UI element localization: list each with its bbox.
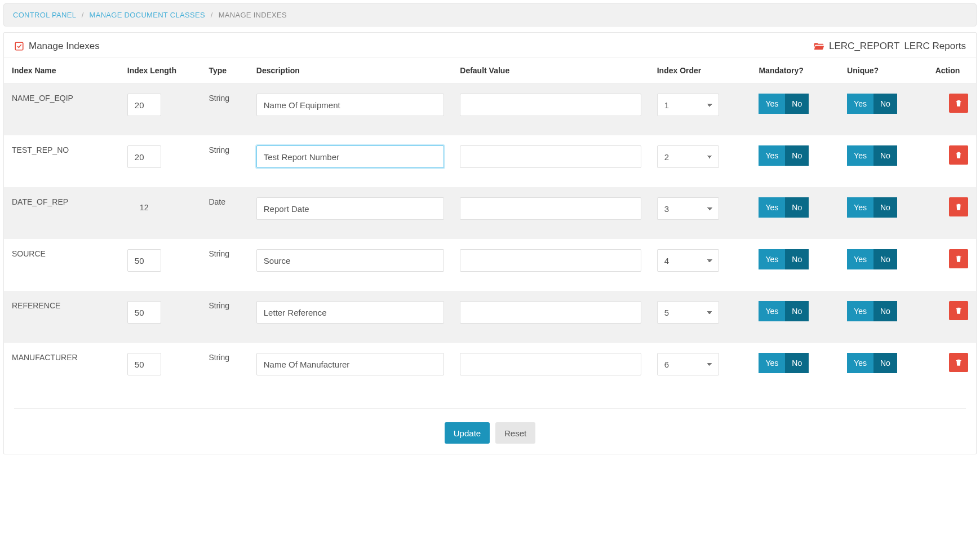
index-description-cell [249,291,452,343]
delete-button[interactable] [949,145,968,165]
mandatory-yes[interactable]: Yes [759,145,785,166]
mandatory-yes[interactable]: Yes [759,353,785,373]
mandatory-toggle[interactable]: YesNo [759,197,809,218]
index-default-input[interactable] [460,145,641,168]
mandatory-toggle[interactable]: YesNo [759,145,809,166]
reset-button[interactable]: Reset [495,422,535,444]
delete-button[interactable] [949,249,968,268]
index-length-cell [119,83,201,136]
index-default-input[interactable] [460,94,641,116]
index-default-input[interactable] [460,353,641,375]
mandatory-no[interactable]: No [785,94,809,114]
index-length-input[interactable] [127,353,161,375]
unique-yes[interactable]: Yes [847,145,873,166]
index-order-select[interactable]: 4 [657,249,719,272]
index-order-cell: 1 [649,83,751,136]
index-order-select[interactable]: 1 [657,94,719,116]
index-description-input[interactable] [256,145,444,168]
unique-yes[interactable]: Yes [847,94,873,114]
delete-button[interactable] [949,197,968,216]
index-action-cell [928,135,976,187]
index-description-input[interactable] [256,301,444,324]
mandatory-no[interactable]: No [785,301,809,321]
unique-toggle[interactable]: YesNo [847,197,897,218]
unique-no[interactable]: No [873,94,897,114]
delete-button[interactable] [949,94,968,113]
unique-no[interactable]: No [873,301,897,321]
unique-toggle[interactable]: YesNo [847,353,897,373]
breadcrumb-sep: / [82,11,84,19]
mandatory-yes[interactable]: Yes [759,197,785,218]
indexes-table: Index Name Index Length Type Description… [4,58,976,395]
mandatory-yes[interactable]: Yes [759,249,785,269]
mandatory-no[interactable]: No [785,145,809,166]
delete-button[interactable] [949,353,968,372]
panel-header: Manage Indexes LERC_REPORT LERC Reports [4,33,976,58]
index-type-cell: Date [201,187,248,239]
index-length-input[interactable] [127,249,161,272]
unique-no[interactable]: No [873,145,897,166]
index-description-input[interactable] [256,249,444,272]
mandatory-toggle[interactable]: YesNo [759,94,809,114]
index-order-select[interactable]: 2 [657,145,719,168]
index-description-input[interactable] [256,94,444,116]
index-default-input[interactable] [460,249,641,272]
mandatory-no[interactable]: No [785,197,809,218]
index-order-cell: 5 [649,291,751,343]
index-type-cell: String [201,343,248,395]
mandatory-no[interactable]: No [785,353,809,373]
mandatory-no[interactable]: No [785,249,809,269]
unique-toggle[interactable]: YesNo [847,145,897,166]
mandatory-toggle[interactable]: YesNo [759,301,809,321]
index-length-static: 12 [127,197,156,212]
unique-yes[interactable]: Yes [847,197,873,218]
unique-toggle[interactable]: YesNo [847,301,897,321]
col-header-unique: Unique? [839,58,928,83]
unique-yes[interactable]: Yes [847,301,873,321]
folder-open-icon [813,41,824,52]
index-description-input[interactable] [256,353,444,375]
mandatory-cell: YesNo [751,187,839,239]
index-order-select[interactable]: 6 [657,353,719,375]
index-action-cell [928,239,976,291]
index-length-input[interactable] [127,94,161,116]
index-name-cell: TEST_REP_NO [4,135,119,187]
table-row: MANUFACTURERString6YesNoYesNo [4,343,976,395]
mandatory-toggle[interactable]: YesNo [759,353,809,373]
unique-toggle[interactable]: YesNo [847,249,897,269]
mandatory-yes[interactable]: Yes [759,94,785,114]
index-default-input[interactable] [460,197,641,220]
col-header-length: Index Length [119,58,201,83]
index-type-cell: String [201,83,248,136]
check-square-icon [14,41,24,51]
unique-toggle[interactable]: YesNo [847,94,897,114]
col-header-default: Default Value [452,58,649,83]
delete-button[interactable] [949,301,968,320]
index-name-cell: REFERENCE [4,291,119,343]
unique-yes[interactable]: Yes [847,249,873,269]
mandatory-toggle[interactable]: YesNo [759,249,809,269]
unique-yes[interactable]: Yes [847,353,873,373]
index-length-input[interactable] [127,301,161,324]
unique-no[interactable]: No [873,353,897,373]
unique-no[interactable]: No [873,249,897,269]
context-name: LERC Reports [904,41,966,52]
breadcrumb-link-control-panel[interactable]: Control Panel [13,11,76,19]
index-order-select[interactable]: 3 [657,197,719,220]
unique-no[interactable]: No [873,197,897,218]
index-order-select[interactable]: 5 [657,301,719,324]
index-length-input[interactable] [127,145,161,168]
index-order-cell: 4 [649,239,751,291]
index-description-cell [249,187,452,239]
breadcrumb: Control Panel / Manage Document Classes … [3,3,977,26]
index-order-cell: 6 [649,343,751,395]
index-description-input[interactable] [256,197,444,220]
index-description-cell [249,343,452,395]
update-button[interactable]: Update [445,422,490,444]
panel-title: Manage Indexes [14,41,100,52]
breadcrumb-link-manage-doc-classes[interactable]: Manage Document Classes [90,11,205,19]
index-order-cell: 3 [649,187,751,239]
index-default-input[interactable] [460,301,641,324]
mandatory-cell: YesNo [751,291,839,343]
mandatory-yes[interactable]: Yes [759,301,785,321]
